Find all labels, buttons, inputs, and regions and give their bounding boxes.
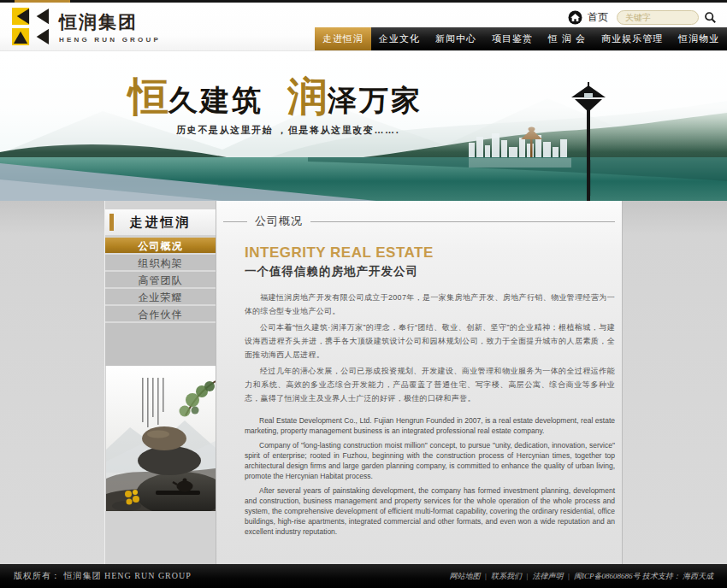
nav-item-about[interactable]: 走进恒润 — [315, 27, 371, 50]
section-title: 公司概况 — [255, 214, 303, 229]
footer-separator: | — [485, 572, 487, 580]
logo-title: 恒润集团 — [59, 10, 161, 34]
footer-icp: 闽ICP备08608686号 技术支持： 海西天成 — [574, 571, 713, 582]
section-line-right — [310, 221, 615, 222]
banner-slogan-char-gold-1: 恒 — [128, 73, 168, 120]
logo-text: 恒润集团 HENG RUN GROUP — [59, 10, 161, 44]
sidebar-title-bar: 走进恒润 — [105, 209, 216, 235]
heading-english: INTEGRITY REAL ESTATE — [245, 244, 615, 262]
sidebar-filler — [105, 511, 216, 564]
banner-slogan-text-1: 久建筑 — [168, 83, 263, 117]
search-icon[interactable] — [704, 11, 717, 24]
stone-middle-graphic — [138, 446, 201, 475]
footer-link-sitemap[interactable]: 网站地图 — [450, 571, 481, 582]
footer-link-legal[interactable]: 法律声明 — [533, 571, 564, 582]
nav-item-property[interactable]: 恒润物业 — [671, 27, 727, 50]
sidebar-item-organization[interactable]: 组织构架 — [105, 255, 216, 272]
sidebar-menu: 公司概况 组织构架 高管团队 企业荣耀 合作伙伴 — [105, 238, 216, 366]
search-input[interactable] — [617, 10, 699, 25]
home-link[interactable]: 首页 — [588, 10, 608, 25]
main-nav: 走进恒润 企业文化 新闻中心 项目鉴赏 恒 润 会 商业娱乐管理 恒润物业 人力… — [315, 27, 727, 50]
sidebar-item-executive-team[interactable]: 高管团队 — [105, 272, 216, 289]
header-utilities: 首页 — [568, 9, 717, 26]
section-header: 公司概况 — [216, 201, 622, 229]
nav-item-projects[interactable]: 项目鉴赏 — [484, 27, 541, 50]
paragraph-en-2: Company of "long-lasting construction mo… — [245, 440, 615, 481]
paragraph-en-1: Real Estate Development Co., Ltd. Fujian… — [245, 415, 615, 436]
heading-chinese: 一个值得信赖的房地产开发公司 — [245, 264, 615, 279]
logo[interactable]: 恒润集团 HENG RUN GROUP — [12, 8, 161, 45]
banner-slogan-char-gold-2: 润 — [287, 73, 328, 120]
content-region: 走进恒润 公司概况 组织构架 高管团队 企业荣耀 合作伙伴 — [0, 201, 727, 564]
logo-icon — [12, 8, 50, 45]
paragraph-cn-2: 公司本着“恒久建筑·润泽万家”的理念，奉行“团结、敬业、创新、坚守”的企业精神；… — [245, 320, 615, 362]
main-panel: 公司概况 INTEGRITY REAL ESTATE 一个值得信赖的房地产开发公… — [216, 201, 623, 564]
sidebar-item-company-profile[interactable]: 公司概况 — [105, 238, 216, 255]
sidebar-gold-bar — [109, 214, 114, 231]
nav-item-business-mgmt[interactable]: 商业娱乐管理 — [594, 27, 671, 50]
paragraph-cn-1: 福建恒润房地产开发有限公司成立于2007年，是一家集房地产开发、房地产行销、物业… — [245, 291, 615, 318]
footer-links: 网站地图 | 联系我们 | 法律声明 | 闽ICP备08608686号 技术支持… — [450, 571, 713, 582]
nav-item-club[interactable]: 恒 润 会 — [541, 27, 594, 50]
paragraph-cn-3: 经过几年的潜心发展，公司已形成投资规划、开发建设、商业管理和物业服务为一体的全过… — [245, 364, 615, 405]
sidebar: 走进恒润 公司概况 组织构架 高管团队 企业荣耀 合作伙伴 — [104, 201, 216, 564]
nav-item-culture[interactable]: 企业文化 — [371, 27, 428, 50]
paragraphs-english: Real Estate Development Co., Ltd. Fujian… — [245, 415, 615, 537]
sidebar-item-honors[interactable]: 企业荣耀 — [105, 289, 216, 306]
hero-banner: 恒久建筑润泽万家 历史不是从这里开始 ，但是将从这里改变……. — [0, 51, 727, 201]
banner-slogan: 恒久建筑润泽万家 — [128, 70, 423, 124]
paragraph-en-3: After several years of painstaking devel… — [245, 485, 615, 537]
footer-link-contact[interactable]: 联系我们 — [491, 571, 522, 582]
stone-top-graphic — [142, 426, 186, 450]
sidebar-title: 走进恒润 — [105, 215, 216, 231]
sidebar-item-partners[interactable]: 合作伙伴 — [105, 306, 216, 323]
paragraphs-chinese: 福建恒润房地产开发有限公司成立于2007年，是一家集房地产开发、房地产行销、物业… — [245, 291, 615, 405]
site-header: 恒润集团 HENG RUN GROUP 首页 走进恒润 企业文化 新闻中心 项目… — [0, 3, 727, 51]
home-icon[interactable] — [568, 10, 582, 25]
footer-separator: | — [568, 572, 570, 580]
banner-slogan-text-2: 泽万家 — [328, 83, 423, 117]
nav-item-news[interactable]: 新闻中心 — [428, 27, 484, 50]
footer-separator: | — [526, 572, 528, 580]
footer-copyright: 版权所有： 恒润集团 HENG RUN GROUP — [14, 570, 192, 582]
content-wrapper: 走进恒润 公司概况 组织构架 高管团队 企业荣耀 合作伙伴 — [104, 201, 623, 564]
main-body: INTEGRITY REAL ESTATE 一个值得信赖的房地产开发公司 福建恒… — [216, 229, 622, 537]
banner-subtitle: 历史不是从这里开始 ，但是将从这里改变……. — [176, 124, 399, 137]
footer: 版权所有： 恒润集团 HENG RUN GROUP 网站地图 | 联系我们 | … — [0, 564, 727, 588]
logo-subtitle: HENG RUN GROUP — [59, 36, 161, 44]
section-line-left — [223, 221, 247, 222]
sidebar-decorative-image — [106, 366, 216, 511]
